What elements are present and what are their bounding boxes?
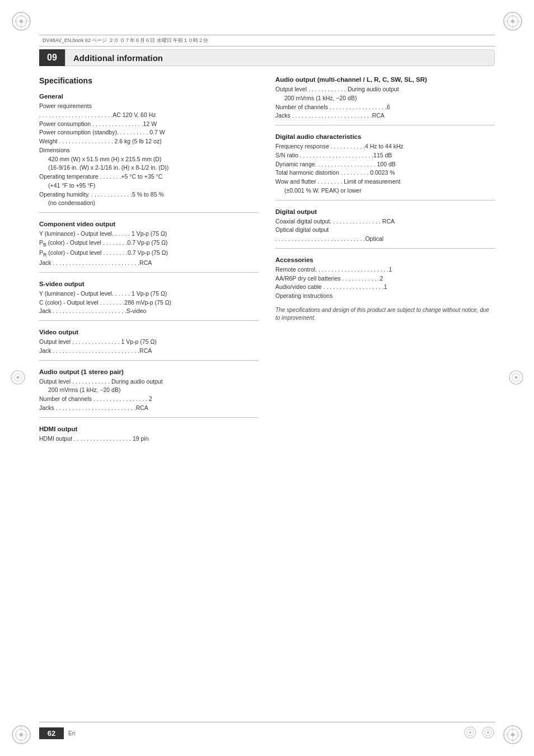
video-line-0: Output level . . . . . . . . . . . . . .… — [39, 338, 259, 347]
component-line-1: PB (color) - Output level . . . . . . . … — [39, 239, 259, 249]
general-line-4: Weight . . . . . . . . . . . . . . . . .… — [39, 137, 259, 146]
general-line-5: Dimensions — [39, 146, 259, 155]
accessories-line-1: AA/R6P dry cell batteries . . . . . . . … — [275, 274, 495, 283]
digitalout-line-2: . . . . . . . . . . . . . . . . . . . . … — [275, 235, 495, 244]
page-number: 62 — [39, 727, 64, 739]
section-component-title: Component video output — [39, 221, 259, 227]
section-digitalout-title: Digital output — [275, 208, 495, 215]
section-audio1-title: Audio output (1 stereo pair) — [39, 368, 259, 375]
accessories-line-2: Audio/video cable . . . . . . . . . . . … — [275, 283, 495, 292]
digitalaudio-line-2: Dynamic range. . . . . . . . . . . . . .… — [275, 160, 495, 169]
mid-left-mark — [10, 370, 26, 386]
svideo-line-0: Y (luminance) - Output level. . . . . . … — [39, 290, 259, 298]
bottom-mid-mark-left — [463, 726, 477, 739]
audio1-line-0: Output level . . . . . . . . . . . . Dur… — [39, 377, 259, 386]
meta-text: DV48AV_EN.book 62 ページ ２０ ０７年６月６日 水曜日 午前１… — [43, 37, 208, 44]
digitalaudio-line-3: Total harmonic distortion . . . . . . . … — [275, 169, 495, 178]
digitalout-line-0: Coaxial digital output. . . . . . . . . … — [275, 217, 495, 226]
component-line-2: PR (color) - Output level . . . . . . . … — [39, 249, 259, 259]
section-svideo-title: S-video output — [39, 281, 259, 287]
digitalaudio-line-0: Frequency response . . . . . . . . . . .… — [275, 142, 495, 151]
hdmi-line-0: HDMI output . . . . . . . . . . . . . . … — [39, 435, 259, 444]
general-line-11: (no condensation) — [39, 199, 259, 208]
main-content: Specifications General Power requirement… — [39, 76, 495, 706]
bottom-mid-mark-right — [481, 726, 495, 739]
audiomulti-line-2: Number of channels . . . . . . . . . . .… — [275, 103, 495, 112]
digitalout-line-1: Optical digital output — [275, 226, 495, 235]
chapter-title: Additional information — [65, 49, 495, 66]
component-line-3: Jack . . . . . . . . . . . . . . . . . .… — [39, 259, 259, 268]
right-column: Audio output (multi-channel / L, R, C, S… — [275, 76, 495, 706]
digitalaudio-line-1: S/N ratio . . . . . . . . . . . . . . . … — [275, 151, 495, 160]
audio1-line-3: Jacks . . . . . . . . . . . . . . . . . … — [39, 404, 259, 413]
mid-right-mark — [508, 370, 524, 386]
general-line-9: (+41 °F to +95 °F) — [39, 181, 259, 190]
corner-decoration-bl — [10, 724, 32, 746]
footer: 62 En — [39, 722, 495, 739]
audiomulti-line-3: Jacks . . . . . . . . . . . . . . . . . … — [275, 111, 495, 120]
general-line-2: Power consumption . . . . . . . . . . . … — [39, 120, 259, 129]
svg-point-31 — [487, 731, 489, 734]
svideo-line-2: Jack . . . . . . . . . . . . . . . . . .… — [39, 307, 259, 316]
svideo-line-1: C (color) - Output level . . . . . . . .… — [39, 298, 259, 307]
svg-point-25 — [515, 376, 518, 379]
section-accessories-title: Accessories — [275, 256, 495, 263]
audiomulti-line-1: 200 mVrms (1 kHz, −20 dB) — [275, 94, 495, 103]
meta-bar: DV48AV_EN.book 62 ページ ２０ ０７年６月６日 水曜日 午前１… — [39, 35, 495, 46]
general-line-0: Power requirements — [39, 102, 259, 111]
svg-point-28 — [469, 731, 471, 734]
section-hdmi-title: HDMI output — [39, 426, 259, 432]
chapter-number: 09 — [39, 49, 65, 66]
corner-decoration-br — [502, 724, 524, 746]
section-audiomulti-title: Audio output (multi-channel / L, R, C, S… — [275, 76, 495, 83]
italic-note: The specifications and design of this pr… — [275, 306, 495, 322]
video-line-1: Jack . . . . . . . . . . . . . . . . . .… — [39, 347, 259, 356]
digitalaudio-line-4: Wow and flutter . . . . . . . . Limit of… — [275, 178, 495, 186]
component-line-0: Y (luminance) - Output level. . . . . . … — [39, 230, 259, 239]
left-column: Specifications General Power requirement… — [39, 76, 259, 706]
general-line-8: Operating temperature . . . . . . .+5 °C… — [39, 172, 259, 181]
general-line-3: Power consumption (standby). . . . . . .… — [39, 128, 259, 137]
audio1-line-2: Number of channels . . . . . . . . . . .… — [39, 395, 259, 404]
chapter-header: 09 Additional information — [39, 49, 495, 66]
general-line-1: . . . . . . . . . . . . . . . . . . . . … — [39, 111, 259, 120]
general-line-10: Operating humidity. . . . . . . . . . . … — [39, 190, 259, 199]
section-digitalaudio-title: Digital audio characteristics — [275, 133, 495, 140]
digitalaudio-line-5: (±0.001 % W. PEAK) or lower — [275, 186, 495, 195]
corner-decoration-tl — [10, 10, 32, 32]
svg-point-22 — [17, 376, 20, 379]
page-lang: En — [68, 730, 75, 736]
section-video-title: Video output — [39, 329, 259, 335]
accessories-line-0: Remote control. . . . . . . . . . . . . … — [275, 265, 495, 274]
specs-title: Specifications — [39, 76, 259, 85]
corner-decoration-tr — [502, 10, 524, 32]
general-line-6: 420 mm (W) x 51.5 mm (H) x 215.5 mm (D) — [39, 155, 259, 164]
section-general-title: General — [39, 93, 259, 100]
audio1-line-1: 200 mVrms (1 kHz, −20 dB) — [39, 386, 259, 395]
audiomulti-line-0: Output level . . . . . . . . . . . . Dur… — [275, 85, 495, 94]
accessories-line-3: Operating instructions — [275, 292, 495, 301]
general-line-7: (16-9/16 in. (W) x 2-1/16 in. (H) x 8-1/… — [39, 164, 259, 172]
